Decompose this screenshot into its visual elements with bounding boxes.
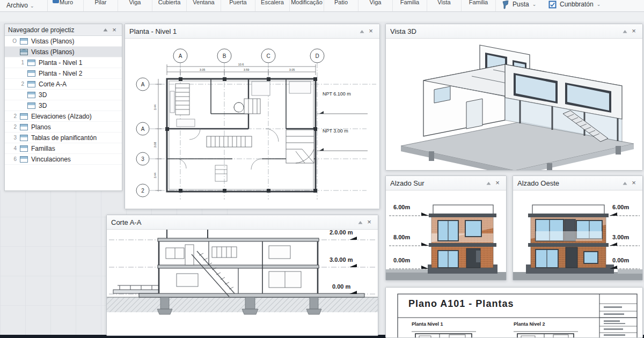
close-icon[interactable]: × bbox=[110, 26, 119, 34]
tree-item-planta-nivel-1[interactable]: 1 Planta - Nivel 1 bbox=[5, 57, 122, 68]
tree-item-corte-a-a[interactable]: 2 Corte A-A bbox=[5, 79, 122, 90]
tree-item-3d[interactable]: 3D bbox=[5, 90, 122, 100]
pin-icon[interactable] bbox=[355, 218, 365, 226]
pin-icon[interactable] bbox=[620, 179, 630, 187]
archivo-menu[interactable]: Archivo⌄ bbox=[6, 2, 34, 9]
alzado-oeste-titlebar[interactable]: Alzado Oeste × bbox=[513, 176, 642, 190]
tree-label: 3D bbox=[39, 91, 47, 99]
tool-viga[interactable]: Viga bbox=[118, 0, 152, 12]
plan-view-icon bbox=[27, 60, 35, 66]
npt-level-1: NPT 6.100 m bbox=[323, 91, 351, 97]
grid-bubble-d: D bbox=[315, 53, 319, 59]
sheet-window: Plano A101 - Plantas Planta Nivel 1 Plan… bbox=[385, 287, 643, 338]
view-3d-icon bbox=[27, 92, 35, 98]
chevron-down-icon: ⌄ bbox=[30, 3, 34, 9]
dim-l2: 3.08 bbox=[153, 142, 157, 148]
tool-patio[interactable]: Patio bbox=[324, 0, 358, 12]
plan-window-titlebar[interactable]: Planta - Nivel 1 × bbox=[125, 24, 379, 39]
tree-item-vistas-planos-2[interactable]: Vistas (Planos) bbox=[5, 47, 122, 57]
tool-viga2[interactable]: Viga bbox=[358, 0, 393, 12]
cunbbraton-button[interactable]: Cunbbratón ⌄ bbox=[548, 0, 601, 12]
close-icon[interactable]: × bbox=[630, 179, 638, 187]
schedule-icon bbox=[20, 135, 28, 141]
tree-label: 3D bbox=[39, 102, 47, 109]
project-browser-tree: O Vistas (Planos) Vistas (Planos) 1 Plan… bbox=[5, 36, 122, 190]
cunbbraton-label: Cunbbratón bbox=[560, 1, 594, 8]
tree-label: Vistas (Planos) bbox=[31, 48, 74, 56]
tree-item-vistas-planos[interactable]: O Vistas (Planos) bbox=[5, 36, 122, 47]
view3d-window-titlebar[interactable]: Vista 3D × bbox=[386, 24, 642, 39]
plan-window-title: Planta - Nivel 1 bbox=[129, 27, 357, 35]
section-level-1: 2.0.00 m bbox=[330, 230, 353, 236]
tool-cubierta[interactable]: Cubierta bbox=[152, 0, 187, 12]
section-level-3: 0.00 m bbox=[332, 283, 350, 290]
tree-badge: 2 bbox=[5, 81, 26, 87]
pin-icon[interactable] bbox=[357, 27, 367, 35]
tree-item-elevaciones[interactable]: 2 Elevaciones (Alzado) bbox=[5, 111, 122, 122]
checkbox-icon bbox=[548, 1, 557, 9]
tool-puerta[interactable]: Puerta bbox=[221, 0, 255, 12]
pusta-label: Pusta bbox=[513, 1, 529, 8]
tool-muro[interactable]: Muro bbox=[49, 0, 84, 12]
tool-familia2[interactable]: Familia bbox=[462, 0, 496, 12]
grid-bubble-b: B bbox=[223, 53, 226, 59]
tool-label: Cubierta bbox=[158, 0, 181, 5]
tree-item-3d-2[interactable]: 3D bbox=[5, 100, 122, 111]
tree-item-famillas[interactable]: 4 Famillas bbox=[5, 143, 122, 154]
alzado-sur-titlebar[interactable]: Alzado Sur × bbox=[386, 176, 506, 190]
tool-label: Patio bbox=[334, 0, 348, 5]
pusta-button[interactable]: Pusta ⌄ bbox=[502, 0, 536, 12]
tool-modificacao[interactable]: Modificação bbox=[290, 0, 324, 12]
tree-item-vinculaciones[interactable]: 6 Vinculaciones bbox=[5, 154, 122, 165]
elevation-view-icon bbox=[20, 113, 28, 120]
tool-escalera[interactable]: Escalera bbox=[255, 0, 290, 12]
tree-badge: 1 bbox=[5, 60, 26, 65]
tool-pilar[interactable]: Pilar bbox=[84, 0, 118, 12]
section-level-2: 3.0.00 m bbox=[330, 256, 353, 263]
tree-item-planta-nivel-2[interactable]: Planta - Nivel 2 bbox=[5, 68, 122, 79]
plan-view-icon bbox=[27, 70, 35, 77]
tree-item-planos[interactable]: 2 Planos bbox=[5, 122, 122, 133]
tree-badge: 4 bbox=[5, 145, 19, 151]
corte-titlebar[interactable]: Corte A-A × bbox=[107, 215, 378, 230]
tree-item-tablas[interactable]: 3 Tablas de planificantón bbox=[5, 133, 122, 143]
view-icon bbox=[20, 38, 28, 45]
tool-vista[interactable]: Vista bbox=[427, 0, 462, 12]
tree-badge: 3 bbox=[5, 135, 19, 141]
alzado-oeste-canvas[interactable]: 6.00m 3.00m 0.00m bbox=[513, 190, 642, 280]
close-icon[interactable]: × bbox=[365, 218, 374, 226]
view3d-window-title: Vista 3D bbox=[390, 27, 620, 35]
project-browser-titlebar[interactable]: Navegador de projectiz × bbox=[5, 24, 122, 36]
section-view-icon bbox=[27, 81, 35, 87]
tool-label: Familia bbox=[469, 0, 488, 5]
tool-label: Muro bbox=[60, 0, 73, 5]
top-ribbon: Archivo⌄ Muro Pilar Viga Cubierta Ventan… bbox=[0, 0, 644, 12]
tool-label: Puerta bbox=[229, 0, 246, 5]
plan-view-canvas[interactable]: A B C D A A 3 2 10.6 bbox=[125, 39, 379, 209]
close-icon[interactable]: × bbox=[367, 27, 375, 35]
sheet-drawing bbox=[386, 288, 642, 337]
close-icon[interactable]: × bbox=[630, 27, 638, 35]
corte-canvas[interactable]: 2.0.00 m 3.0.00 m 0.00 m bbox=[107, 230, 378, 335]
pin-icon[interactable] bbox=[620, 27, 630, 35]
close-icon[interactable]: × bbox=[493, 179, 502, 187]
level-label-8m: 8.00m bbox=[393, 234, 410, 240]
view3d-canvas[interactable] bbox=[386, 39, 642, 170]
wall-tool-icon bbox=[53, 0, 59, 3]
tree-label: Vinculaciones bbox=[31, 156, 71, 163]
tool-label: Familia bbox=[400, 0, 419, 5]
tool-label: Ventana bbox=[193, 0, 214, 5]
dim-total: 10.6 bbox=[238, 63, 244, 66]
level-label-6m: 6.00m bbox=[393, 204, 410, 210]
sheet-canvas[interactable]: Plano A101 - Plantas Planta Nivel 1 Plan… bbox=[386, 288, 642, 337]
alzado-sur-canvas[interactable]: 6.00m 8.00m 0.00m bbox=[386, 190, 506, 280]
corte-title: Corte A-A bbox=[111, 218, 355, 226]
alzado-sur-title: Alzado Sur bbox=[390, 179, 484, 187]
dim-ab: 3.05 bbox=[200, 68, 206, 71]
pin-icon[interactable] bbox=[100, 26, 110, 34]
tool-ventana[interactable]: Ventana bbox=[187, 0, 221, 12]
pin-icon[interactable] bbox=[484, 179, 493, 187]
level-label-0m: 0.00m bbox=[612, 257, 629, 263]
tool-familia[interactable]: Familia bbox=[393, 0, 427, 12]
dim-l1: 3.44 bbox=[153, 105, 157, 111]
